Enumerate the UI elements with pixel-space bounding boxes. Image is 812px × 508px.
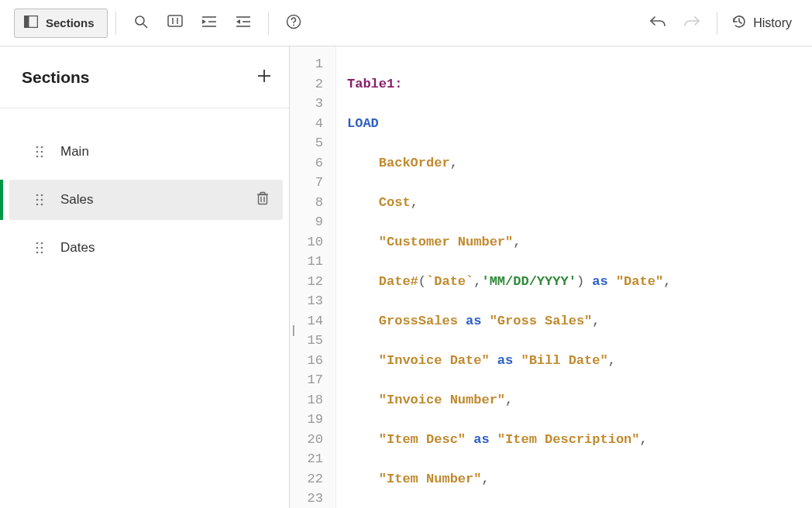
svg-rect-4 [168, 15, 182, 26]
line-number: 15 [290, 331, 328, 351]
search-button[interactable] [124, 9, 158, 38]
search-icon [134, 15, 148, 31]
line-number-gutter: 1234567891011121314151617181920212223 [290, 46, 336, 508]
line-number: 20 [290, 430, 328, 450]
toolbar-separator [268, 12, 269, 35]
svg-point-33 [36, 242, 39, 245]
line-number: 12 [290, 272, 328, 292]
line-number: 13 [290, 291, 328, 311]
history-button[interactable]: History [725, 14, 798, 33]
line-number: 17 [290, 370, 328, 390]
outdent-button[interactable] [226, 9, 260, 38]
code-area[interactable]: Table1: LOAD BackOrder, Cost, "Customer … [336, 46, 727, 508]
section-list: Main Sales Dates [0, 108, 289, 276]
svg-point-18 [41, 146, 43, 149]
plus-icon [256, 67, 272, 88]
section-item-sales[interactable]: Sales [9, 180, 283, 220]
undo-icon [649, 15, 666, 31]
history-label: History [753, 16, 792, 30]
line-number: 6 [290, 153, 328, 173]
line-number: 7 [290, 173, 328, 193]
svg-rect-1 [25, 16, 29, 28]
line-number: 5 [290, 133, 328, 153]
comment-button[interactable] [158, 9, 192, 38]
svg-rect-29 [259, 194, 267, 204]
svg-point-25 [36, 199, 39, 201]
svg-point-19 [36, 151, 39, 153]
splitter-handle[interactable]: || [292, 324, 293, 336]
svg-point-23 [36, 194, 39, 197]
drag-handle-icon[interactable] [36, 146, 43, 158]
redo-button[interactable] [675, 9, 709, 38]
delete-section-button[interactable] [256, 191, 269, 209]
svg-point-21 [36, 156, 39, 158]
comment-icon [167, 15, 183, 31]
sidebar-header: Sections [0, 46, 289, 108]
toolbar-separator [717, 12, 717, 35]
sections-sidebar: Sections Main Sales [0, 46, 290, 508]
svg-point-26 [41, 199, 43, 201]
line-number: 9 [290, 212, 328, 232]
line-number: 14 [290, 311, 328, 331]
undo-button[interactable] [641, 9, 675, 38]
panel-icon [24, 15, 38, 30]
svg-point-27 [36, 204, 39, 206]
sections-toggle-label: Sections [46, 16, 95, 29]
svg-point-22 [41, 156, 43, 158]
svg-point-37 [36, 252, 39, 254]
sections-toggle-button[interactable]: Sections [14, 9, 108, 38]
line-number: 21 [290, 449, 328, 469]
line-number: 18 [290, 390, 328, 410]
line-number: 11 [290, 252, 328, 272]
redo-icon [683, 15, 700, 31]
history-icon [731, 14, 747, 33]
drag-handle-icon[interactable] [36, 194, 43, 206]
help-button[interactable] [277, 9, 311, 38]
section-item-main[interactable]: Main [9, 132, 283, 172]
section-label: Main [60, 144, 269, 160]
toolbar: Sections [0, 0, 812, 46]
svg-point-36 [41, 247, 43, 249]
line-number: 4 [290, 114, 328, 134]
section-label: Dates [60, 240, 269, 256]
svg-point-28 [41, 204, 43, 206]
line-number: 8 [290, 193, 328, 213]
outdent-icon [236, 15, 251, 30]
svg-point-35 [36, 247, 39, 249]
line-number: 16 [290, 351, 328, 371]
svg-line-3 [143, 24, 147, 28]
trash-icon [256, 194, 269, 208]
section-label: Sales [60, 192, 239, 208]
section-item-dates[interactable]: Dates [9, 228, 283, 268]
line-number: 10 [290, 232, 328, 252]
line-number: 3 [290, 94, 328, 114]
svg-point-14 [293, 25, 294, 26]
svg-point-20 [41, 151, 43, 153]
line-number: 2 [290, 74, 328, 94]
svg-point-2 [136, 16, 144, 25]
line-number: 23 [290, 489, 328, 508]
toolbar-separator [115, 12, 116, 35]
indent-button[interactable] [192, 9, 226, 38]
sidebar-title: Sections [22, 68, 90, 87]
line-number: 22 [290, 469, 328, 489]
drag-handle-icon[interactable] [36, 242, 43, 254]
line-number: 19 [290, 410, 328, 430]
script-editor[interactable]: 1234567891011121314151617181920212223 Ta… [290, 46, 812, 508]
line-number: 1 [290, 54, 328, 74]
help-icon [286, 14, 301, 32]
indent-icon [201, 15, 217, 30]
add-section-button[interactable] [256, 67, 272, 88]
svg-point-38 [41, 252, 43, 254]
svg-point-24 [41, 194, 43, 197]
svg-point-17 [36, 146, 39, 149]
svg-point-34 [41, 242, 43, 245]
